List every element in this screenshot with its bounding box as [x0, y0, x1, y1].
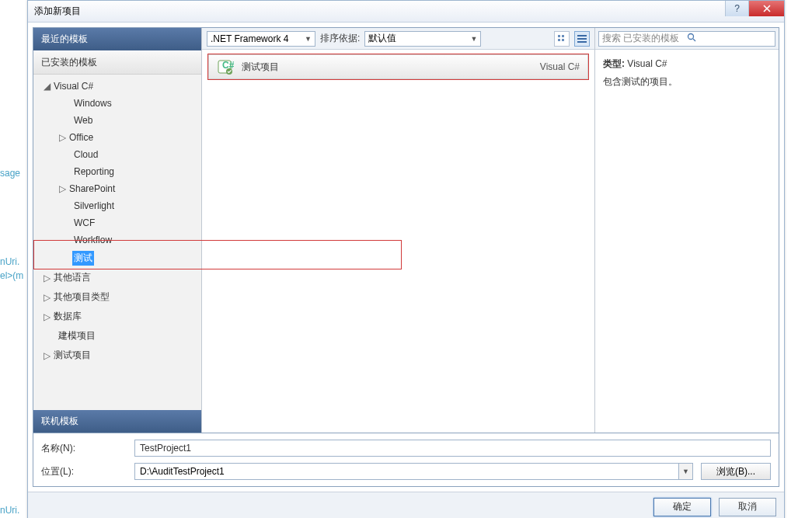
tree-label: Office [68, 131, 95, 144]
dialog-title: 添加新项目 [34, 5, 81, 18]
svg-rect-1 [562, 35, 564, 37]
tree-label: Web [72, 114, 94, 127]
tree-item-workflow[interactable]: Workflow [33, 231, 201, 249]
tree-label: Workflow [72, 234, 113, 246]
tree-label: WCF [72, 217, 96, 229]
editor-leak-text: el>(m [0, 270, 23, 281]
tree-label: 测试项目 [52, 348, 92, 363]
sort-select[interactable]: 默认值 ▼ [364, 31, 481, 47]
tree-label: 其他项目类型 [52, 290, 111, 304]
tree-item-web[interactable]: Web [33, 112, 201, 129]
dropdown-icon: ▼ [682, 468, 689, 475]
tree-label: Visual C# [52, 80, 95, 92]
search-icon [687, 33, 772, 44]
dropdown-icon: ▼ [305, 35, 312, 43]
center-toolbar: .NET Framework 4 ▼ 排序依据: 默认值 ▼ [202, 28, 594, 50]
tree-item-windows[interactable]: Windows [33, 95, 201, 112]
dialog-footer: 确定 取消 [28, 492, 784, 518]
tree-item-sharepoint[interactable]: ▷SharePoint [33, 180, 201, 197]
type-prefix: 类型: [603, 58, 625, 69]
close-icon [763, 5, 771, 12]
template-tree: ◢Visual C# Windows Web ▷Office Cloud Rep… [33, 75, 201, 410]
template-sidebar: 最近的模板 已安装的模板 ◢Visual C# Windows Web ▷Off… [33, 28, 201, 433]
tree-item-database[interactable]: ▷数据库 [33, 307, 201, 326]
sort-label: 排序依据: [320, 32, 360, 45]
search-input[interactable]: 搜索 已安装的模板 [598, 31, 775, 47]
tree-label: 测试 [72, 251, 94, 266]
tree-label: 数据库 [52, 309, 83, 324]
editor-leak-text: nUri. [0, 256, 19, 267]
sidebar-installed-header[interactable]: 已安装的模板 [33, 50, 201, 75]
tree-item-test[interactable]: 测试 [33, 249, 201, 268]
tree-label: Silverlight [72, 200, 116, 212]
view-small-icons-button[interactable] [554, 31, 570, 47]
tree-item-silverlight[interactable]: Silverlight [33, 197, 201, 214]
collapse-arrow-icon: ▷ [41, 350, 52, 361]
location-dropdown[interactable]: ▼ [679, 463, 693, 480]
tree-item-cloud[interactable]: Cloud [33, 146, 201, 163]
tree-item-visual-csharp[interactable]: ◢Visual C# [33, 78, 201, 95]
tree-item-other-project-types[interactable]: ▷其他项目类型 [33, 287, 201, 307]
tree-item-wcf[interactable]: WCF [33, 214, 201, 231]
help-icon: ? [734, 3, 740, 14]
collapse-arrow-icon: ▷ [57, 132, 68, 143]
framework-select[interactable]: .NET Framework 4 ▼ [207, 31, 315, 47]
svg-rect-3 [562, 39, 564, 41]
details-panel: 搜索 已安装的模板 类型: Visual C# 包含测试的项目。 [595, 28, 779, 433]
ok-label: 确定 [673, 500, 692, 513]
type-value: Visual C# [627, 58, 667, 69]
name-value: TestProject1 [140, 443, 191, 454]
tree-item-other-languages[interactable]: ▷其他语言 [33, 268, 201, 287]
tree-item-reporting[interactable]: Reporting [33, 163, 201, 180]
template-language: Visual C# [540, 61, 580, 72]
search-placeholder: 搜索 已安装的模板 [602, 32, 687, 45]
sort-value: 默认值 [368, 32, 396, 45]
bottom-fields: 名称(N): TestProject1 位置(L): D:\AuditTestP… [33, 433, 779, 487]
collapse-arrow-icon: ▷ [41, 273, 52, 283]
tree-item-test-projects[interactable]: ▷测试项目 [33, 346, 201, 365]
location-label: 位置(L): [41, 465, 127, 478]
view-details-button[interactable] [574, 31, 590, 47]
tree-label: Cloud [72, 148, 99, 161]
cancel-label: 取消 [738, 500, 757, 513]
small-icons-icon [557, 34, 566, 43]
collapse-arrow-icon: ▷ [57, 183, 68, 194]
tree-label: Reporting [72, 165, 116, 178]
tree-item-office[interactable]: ▷Office [33, 129, 201, 146]
browse-label: 浏览(B)... [716, 465, 755, 478]
type-line: 类型: Visual C# [603, 57, 771, 71]
dropdown-icon: ▼ [470, 35, 477, 43]
titlebar: 添加新项目 ? [28, 1, 784, 23]
framework-value: .NET Framework 4 [211, 33, 288, 44]
template-description: 包含测试的项目。 [603, 75, 771, 89]
collapse-arrow-icon: ▷ [41, 311, 52, 322]
svg-line-11 [693, 39, 695, 41]
sidebar-recent-header[interactable]: 最近的模板 [33, 28, 201, 50]
template-center: .NET Framework 4 ▼ 排序依据: 默认值 ▼ [201, 28, 595, 433]
close-button[interactable] [748, 1, 784, 16]
ok-button[interactable]: 确定 [653, 498, 711, 516]
template-item-test-project[interactable]: C# 测试项目 Visual C# [208, 54, 588, 79]
tree-label: SharePoint [68, 183, 117, 195]
help-button[interactable]: ? [725, 1, 748, 16]
location-input[interactable]: D:\AuditTestProject1 [134, 463, 679, 480]
cancel-button[interactable]: 取消 [719, 498, 776, 516]
tree-label: 建模项目 [57, 329, 97, 343]
tree-label: 其他语言 [52, 270, 92, 285]
editor-leak-text: sage [0, 168, 20, 179]
collapse-arrow-icon: ▷ [41, 292, 52, 303]
name-input[interactable]: TestProject1 [134, 440, 771, 457]
svg-rect-2 [558, 39, 560, 41]
test-project-icon: C# [217, 58, 234, 75]
svg-point-9 [226, 68, 232, 75]
location-value: D:\AuditTestProject1 [140, 466, 225, 477]
template-list: C# 测试项目 Visual C# [202, 50, 594, 433]
name-label: 名称(N): [41, 442, 127, 455]
tree-item-modeling[interactable]: 建模项目 [33, 326, 201, 346]
browse-button[interactable]: 浏览(B)... [701, 463, 771, 480]
sidebar-online-header[interactable]: 联机模板 [33, 410, 201, 433]
add-new-project-dialog: 添加新项目 ? 最近的模板 已安装的模板 ◢Visual C# Windows … [27, 0, 785, 518]
svg-point-10 [688, 34, 694, 40]
svg-rect-6 [577, 41, 587, 43]
svg-rect-0 [558, 35, 560, 37]
